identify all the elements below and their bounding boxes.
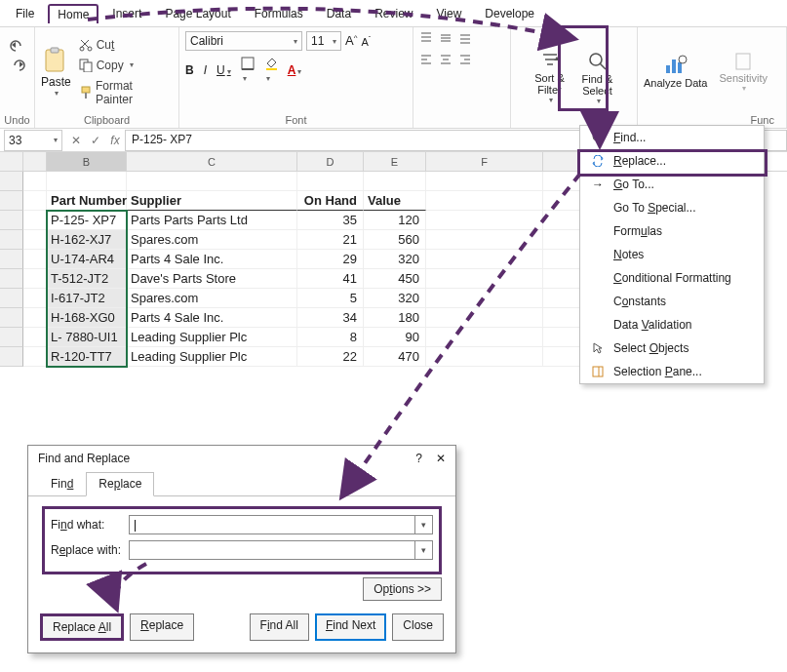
svg-point-36 <box>593 133 601 140</box>
svg-rect-31 <box>666 65 670 73</box>
find-select-menu: Find... Replace... → Go To... Go To Spec… <box>579 125 765 384</box>
cell-pn[interactable]: P-125- XP7 <box>47 211 127 230</box>
menu-bar: File Home Insert Page Layout Formulas Da… <box>0 0 787 27</box>
menu-data[interactable]: Data <box>317 3 361 24</box>
align-center-icon[interactable] <box>439 53 453 66</box>
options-button[interactable]: Options >> <box>363 577 442 601</box>
menu-file[interactable]: File <box>6 3 44 24</box>
svg-rect-1 <box>51 48 59 53</box>
cancel-formula-icon[interactable]: ✕ <box>66 134 86 147</box>
menu-item-formulas[interactable]: Formulas <box>580 219 764 243</box>
ribbon-group-font-label: Font <box>185 112 407 126</box>
menu-home[interactable]: Home <box>48 4 98 23</box>
bucket-icon <box>264 57 278 70</box>
redo-icon[interactable] <box>9 59 26 72</box>
svg-rect-38 <box>593 367 603 376</box>
menu-review[interactable]: Review <box>365 3 422 24</box>
menu-item-notes[interactable]: Notes <box>580 243 764 266</box>
name-box[interactable]: 33▾ <box>4 130 62 151</box>
sensitivity-icon <box>732 51 754 72</box>
find-all-button[interactable]: Find All <box>250 613 309 641</box>
replace-all-button[interactable]: Replace All <box>40 613 124 641</box>
font-color-button[interactable]: A▾ <box>288 63 302 77</box>
fill-color-button[interactable]: ▾ <box>264 57 278 84</box>
menu-item-goto[interactable]: → Go To... <box>580 173 764 196</box>
menu-view[interactable]: View <box>427 3 472 24</box>
col-header-d[interactable]: D <box>297 152 364 171</box>
scissors-icon <box>79 38 93 52</box>
search-icon <box>592 132 604 143</box>
header-supplier: Supplier <box>127 191 297 211</box>
svg-rect-33 <box>678 62 682 73</box>
replace-icon <box>592 155 604 167</box>
menu-item-goto-special[interactable]: Go To Special... <box>580 196 764 219</box>
label-replace-with: Replace with: <box>51 543 129 557</box>
border-button[interactable]: ▾ <box>241 57 255 84</box>
sensitivity-button[interactable]: Sensitivity▾ <box>719 51 767 93</box>
ribbon-group-clipboard-label: Clipboard <box>41 112 173 126</box>
menu-item-selection-pane[interactable]: Selection Pane... <box>580 360 764 383</box>
brush-icon <box>79 86 92 99</box>
shrink-font-icon[interactable]: Aˇ <box>361 35 371 48</box>
copy-button[interactable]: Copy▾ <box>75 57 173 74</box>
svg-rect-35 <box>736 54 750 69</box>
ribbon: Undo Paste ▾ Cut Copy▾ Format Pa <box>0 27 787 129</box>
tab-replace[interactable]: Replace <box>86 472 154 496</box>
underline-button[interactable]: U▾ <box>216 63 231 77</box>
menu-item-select-objects[interactable]: Select Objects <box>580 336 764 360</box>
analyze-data-button[interactable]: Analyze Data <box>644 54 707 89</box>
align-left-icon[interactable] <box>419 53 433 66</box>
align-middle-icon[interactable] <box>439 31 453 45</box>
pane-icon <box>592 366 604 377</box>
align-right-icon[interactable] <box>458 53 472 66</box>
close-button[interactable]: Close <box>392 613 444 641</box>
find-next-button[interactable]: Find Next <box>315 613 386 641</box>
cut-button[interactable]: Cut <box>75 36 173 54</box>
svg-point-34 <box>679 56 687 63</box>
chevron-down-icon[interactable]: ▾ <box>414 541 432 559</box>
dialog-help-icon[interactable]: ? <box>415 452 422 465</box>
format-painter-button[interactable]: Format Painter <box>75 77 173 108</box>
paste-button[interactable]: Paste ▾ <box>41 46 71 98</box>
align-bottom-icon[interactable] <box>458 31 472 45</box>
bold-button[interactable]: B <box>185 63 194 77</box>
menu-item-conditional-formatting[interactable]: Conditional Formatting <box>580 266 764 290</box>
align-top-icon[interactable] <box>419 31 433 45</box>
find-replace-dialog: Find and Replace ? ✕ Find Replace Find w… <box>27 445 456 653</box>
svg-rect-10 <box>266 68 277 70</box>
italic-button[interactable]: I <box>204 63 207 77</box>
find-select-button[interactable]: Find & Select▾ <box>574 50 621 105</box>
analyze-icon <box>663 54 689 77</box>
replace-button[interactable]: Replace <box>130 613 194 641</box>
menu-page-layout[interactable]: Page Layout <box>155 3 240 24</box>
menu-developer[interactable]: Develope <box>475 3 544 24</box>
menu-item-replace[interactable]: Replace... <box>580 149 764 173</box>
tab-find[interactable]: Find <box>38 472 86 496</box>
header-part-number: Part Number <box>47 191 127 211</box>
svg-line-30 <box>600 63 606 69</box>
accept-formula-icon[interactable]: ✓ <box>86 134 105 147</box>
menu-formulas[interactable]: Formulas <box>245 3 313 24</box>
fx-icon[interactable]: fx <box>105 134 125 147</box>
copy-icon <box>79 59 93 72</box>
header-value: Value <box>364 191 426 211</box>
col-header-e[interactable]: E <box>364 152 426 171</box>
col-header-c[interactable]: C <box>127 152 297 171</box>
replace-with-input[interactable]: ▾ <box>129 540 433 560</box>
col-header-f[interactable]: F <box>426 152 543 171</box>
font-name-combo[interactable]: Calibri▾ <box>185 31 302 51</box>
grow-font-icon[interactable]: A^ <box>345 33 357 48</box>
menu-item-find[interactable]: Find... <box>580 126 764 149</box>
font-size-combo[interactable]: 11▾ <box>306 31 341 51</box>
dialog-close-icon[interactable]: ✕ <box>436 452 446 465</box>
menu-insert[interactable]: Insert <box>102 3 151 24</box>
cursor-icon <box>593 342 603 354</box>
ribbon-group-undo-label: Undo <box>4 112 29 126</box>
chevron-down-icon[interactable]: ▾ <box>414 516 432 534</box>
menu-item-constants[interactable]: Constants <box>580 290 764 313</box>
col-header-b[interactable]: B <box>47 152 127 171</box>
sort-filter-button[interactable]: Sort & Filter▾ <box>528 51 572 104</box>
undo-icon[interactable] <box>9 39 26 53</box>
menu-item-data-validation[interactable]: Data Validation <box>580 313 764 336</box>
find-what-input[interactable]: ▾ <box>129 515 433 534</box>
